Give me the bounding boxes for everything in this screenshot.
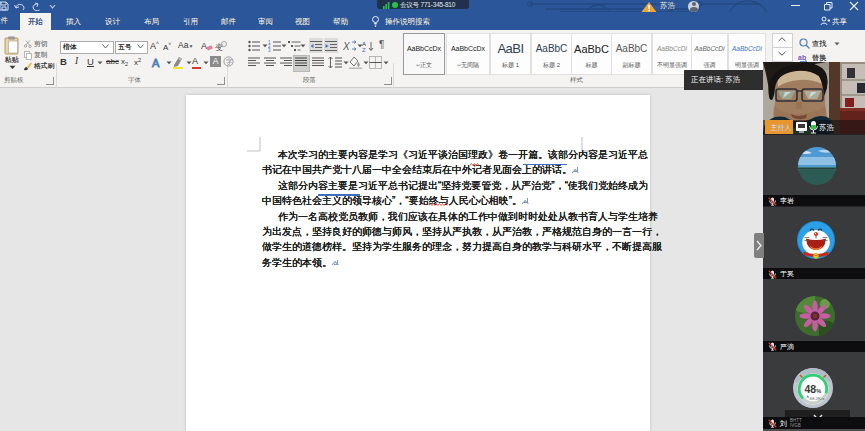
svg-text:A: A <box>152 57 160 69</box>
svg-text:字: 字 <box>226 58 233 65</box>
svg-text:A: A <box>201 41 207 51</box>
svg-text:Z: Z <box>362 47 366 52</box>
svg-text:68.2K/s: 68.2K/s <box>810 396 826 401</box>
svg-text:X: X <box>343 41 350 52</box>
svg-text:3: 3 <box>268 48 271 52</box>
